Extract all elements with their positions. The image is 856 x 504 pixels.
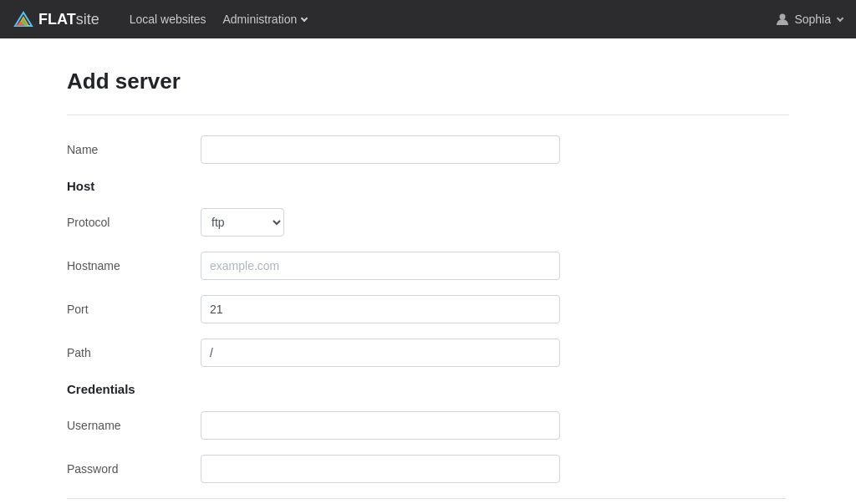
hostname-row: Hostname xyxy=(67,252,786,280)
password-label: Password xyxy=(67,462,201,476)
brand-logo[interactable]: FLATsite xyxy=(13,9,99,29)
logo-icon xyxy=(13,9,33,29)
title-divider xyxy=(67,115,789,115)
name-row: Name xyxy=(67,135,786,164)
username-input[interactable] xyxy=(201,411,560,440)
protocol-row: Protocol ftp sftp ftps xyxy=(67,208,786,237)
hostname-label: Hostname xyxy=(67,259,201,272)
page-title: Add server xyxy=(67,69,789,94)
path-label: Path xyxy=(67,346,201,359)
nav-links: Local websites Administration xyxy=(123,9,314,29)
path-input[interactable] xyxy=(201,339,560,367)
main-content: Add server Name Host Protocol ftp sftp f… xyxy=(0,38,856,504)
username-label: Username xyxy=(67,419,201,432)
user-name: Sophia xyxy=(794,13,831,26)
password-row: Password xyxy=(67,455,786,483)
brand-name: FLATsite xyxy=(38,11,99,28)
protocol-label: Protocol xyxy=(67,216,201,229)
nav-local-websites[interactable]: Local websites xyxy=(123,9,213,29)
port-row: Port xyxy=(67,295,786,323)
svg-point-4 xyxy=(780,14,786,20)
name-input[interactable] xyxy=(201,135,560,164)
chevron-down-icon xyxy=(301,15,308,22)
port-input[interactable] xyxy=(201,295,560,323)
nav-administration-dropdown[interactable]: Administration xyxy=(217,9,314,29)
user-icon xyxy=(776,13,789,26)
hostname-input[interactable] xyxy=(201,252,560,280)
port-label: Port xyxy=(67,303,201,316)
user-menu[interactable]: Sophia xyxy=(776,13,843,26)
navbar: FLATsite Local websites Administration S… xyxy=(0,0,856,38)
name-label: Name xyxy=(67,143,201,156)
path-row: Path xyxy=(67,339,786,367)
form-actions: Save Cancel xyxy=(67,498,786,504)
add-server-form: Name Host Protocol ftp sftp ftps Hostnam… xyxy=(67,135,786,504)
user-chevron-icon xyxy=(837,15,843,22)
protocol-select[interactable]: ftp sftp ftps xyxy=(201,208,284,237)
credentials-heading: Credentials xyxy=(67,382,786,396)
password-input[interactable] xyxy=(201,455,560,483)
username-row: Username xyxy=(67,411,786,440)
host-heading: Host xyxy=(67,179,786,193)
